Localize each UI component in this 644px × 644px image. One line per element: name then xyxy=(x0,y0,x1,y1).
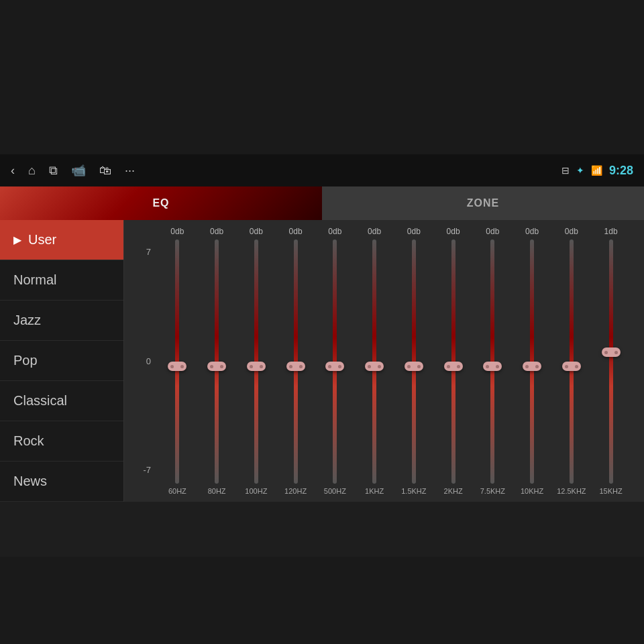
freq-label-60HZ: 60HZ xyxy=(158,487,197,495)
slider-1KHZ[interactable] xyxy=(369,239,380,484)
slider-handle-500HZ[interactable] xyxy=(325,362,344,371)
recents-button[interactable]: ⧉ xyxy=(49,164,58,178)
db-value-7.5KHZ: 0db xyxy=(473,227,513,236)
slider-15KHZ[interactable] xyxy=(606,239,616,484)
db-label-high: 7 xyxy=(138,247,151,257)
slider-handle-80HZ[interactable] xyxy=(207,362,226,371)
slider-handle-100HZ[interactable] xyxy=(247,362,266,371)
slider-column-1KHZ xyxy=(355,239,394,484)
sliders-area: 0db0db0db0db0db0db0db0db0db0db0db1db 60H… xyxy=(158,227,631,495)
freq-label-120HZ: 120HZ xyxy=(276,487,315,495)
slider-120HZ[interactable] xyxy=(290,239,301,484)
status-indicators: ⊟ ✦ 📶 9:28 xyxy=(561,164,633,178)
slider-column-100HZ xyxy=(237,239,276,484)
back-button[interactable]: ‹ xyxy=(11,164,15,178)
slider-60HZ[interactable] xyxy=(172,239,182,484)
sidebar: ▶ User Normal Jazz Pop Classical Rock Ne… xyxy=(0,220,124,502)
sidebar-item-classical[interactable]: Classical xyxy=(0,381,123,421)
sidebar-item-pop[interactable]: Pop xyxy=(0,341,123,381)
slider-handle-10KHZ[interactable] xyxy=(523,362,541,371)
slider-column-80HZ xyxy=(197,239,237,484)
db-value-60HZ: 0db xyxy=(158,227,197,236)
eq-sliders-container: 7 0 -7 0db0db0db0db0db0db0db0db0db0db0db… xyxy=(138,227,631,495)
freq-label-10KHZ: 10KHZ xyxy=(513,487,552,495)
slider-column-10KHZ xyxy=(513,239,552,484)
slider-handle-60HZ[interactable] xyxy=(168,362,186,371)
freq-label-500HZ: 500HZ xyxy=(315,487,355,495)
nav-controls: ‹ ⌂ ⧉ 📹 🛍 ··· xyxy=(11,163,135,178)
slider-column-7.5KHZ xyxy=(473,239,513,484)
tab-zone[interactable]: ZONE xyxy=(322,186,644,220)
clock: 9:28 xyxy=(609,164,633,178)
sidebar-item-rock[interactable]: Rock xyxy=(0,421,123,462)
bluetooth-icon: ✦ xyxy=(576,165,584,176)
freq-label-1.5KHZ: 1.5KHZ xyxy=(394,487,434,495)
slider-12.5KHZ[interactable] xyxy=(566,239,577,484)
slider-column-60HZ xyxy=(158,239,197,484)
db-value-12.5KHZ: 0db xyxy=(552,227,592,236)
db-label-low: -7 xyxy=(138,465,151,475)
slider-handle-120HZ[interactable] xyxy=(286,362,305,371)
freq-label-12.5KHZ: 12.5KHZ xyxy=(552,487,592,495)
sidebar-item-normal[interactable]: Normal xyxy=(0,260,123,301)
db-value-1KHZ: 0db xyxy=(355,227,394,236)
freq-label-7.5KHZ: 7.5KHZ xyxy=(473,487,513,495)
sidebar-item-news[interactable]: News xyxy=(0,462,123,502)
slider-500HZ[interactable] xyxy=(329,239,340,484)
sidebar-item-jazz[interactable]: Jazz xyxy=(0,301,123,341)
eq-panel: 7 0 -7 0db0db0db0db0db0db0db0db0db0db0db… xyxy=(124,220,644,502)
freq-label-80HZ: 80HZ xyxy=(197,487,237,495)
slider-7.5KHZ[interactable] xyxy=(487,239,498,484)
main-content: ▶ User Normal Jazz Pop Classical Rock Ne… xyxy=(0,220,644,502)
db-label-mid: 0 xyxy=(138,356,151,366)
db-value-2KHZ: 0db xyxy=(433,227,473,236)
slider-column-12.5KHZ xyxy=(552,239,592,484)
slider-handle-12.5KHZ[interactable] xyxy=(562,362,581,371)
freq-label-2KHZ: 2KHZ xyxy=(433,487,473,495)
slider-column-15KHZ xyxy=(591,239,631,484)
sidebar-item-user[interactable]: ▶ User xyxy=(0,220,123,260)
slider-handle-2KHZ[interactable] xyxy=(444,362,463,371)
db-value-1.5KHZ: 0db xyxy=(394,227,434,236)
slider-handle-1.5KHZ[interactable] xyxy=(405,362,423,371)
tab-bar: EQ ZONE xyxy=(0,186,644,220)
freq-label-15KHZ: 15KHZ xyxy=(591,487,631,495)
slider-handle-1KHZ[interactable] xyxy=(365,362,384,371)
db-value-120HZ: 0db xyxy=(276,227,315,236)
db-labels: 7 0 -7 xyxy=(138,227,158,495)
slider-handle-15KHZ[interactable] xyxy=(602,347,621,357)
sliders-row xyxy=(158,239,631,484)
freq-labels-row: 60HZ80HZ100HZ120HZ500HZ1KHZ1.5KHZ2KHZ7.5… xyxy=(158,487,631,495)
freq-label-1KHZ: 1KHZ xyxy=(355,487,394,495)
db-value-15KHZ: 1db xyxy=(591,227,631,236)
db-value-500HZ: 0db xyxy=(315,227,355,236)
slider-1.5KHZ[interactable] xyxy=(409,239,419,484)
db-values-row: 0db0db0db0db0db0db0db0db0db0db0db1db xyxy=(158,227,631,236)
tab-eq[interactable]: EQ xyxy=(0,186,322,220)
slider-100HZ[interactable] xyxy=(251,239,262,484)
slider-column-500HZ xyxy=(315,239,355,484)
slider-2KHZ[interactable] xyxy=(448,239,459,484)
slider-handle-7.5KHZ[interactable] xyxy=(483,362,502,371)
slider-column-120HZ xyxy=(276,239,315,484)
db-value-80HZ: 0db xyxy=(197,227,237,236)
status-bar: ‹ ⌂ ⧉ 📹 🛍 ··· ⊟ ✦ 📶 9:28 xyxy=(0,154,644,186)
slider-80HZ[interactable] xyxy=(211,239,222,484)
basket-button[interactable]: 🛍 xyxy=(99,164,111,178)
db-value-10KHZ: 0db xyxy=(513,227,552,236)
camera-button[interactable]: 📹 xyxy=(71,163,86,178)
home-button[interactable]: ⌂ xyxy=(28,164,36,178)
slider-column-2KHZ xyxy=(433,239,473,484)
wifi-icon: 📶 xyxy=(591,165,602,176)
play-icon: ▶ xyxy=(13,233,21,246)
more-button[interactable]: ··· xyxy=(125,164,135,178)
cast-icon: ⊟ xyxy=(561,165,570,176)
slider-10KHZ[interactable] xyxy=(527,239,537,484)
db-value-100HZ: 0db xyxy=(237,227,276,236)
freq-label-100HZ: 100HZ xyxy=(237,487,276,495)
slider-column-1.5KHZ xyxy=(394,239,434,484)
screen: ‹ ⌂ ⧉ 📹 🛍 ··· ⊟ ✦ 📶 9:28 EQ ZONE ▶ User xyxy=(0,154,644,557)
